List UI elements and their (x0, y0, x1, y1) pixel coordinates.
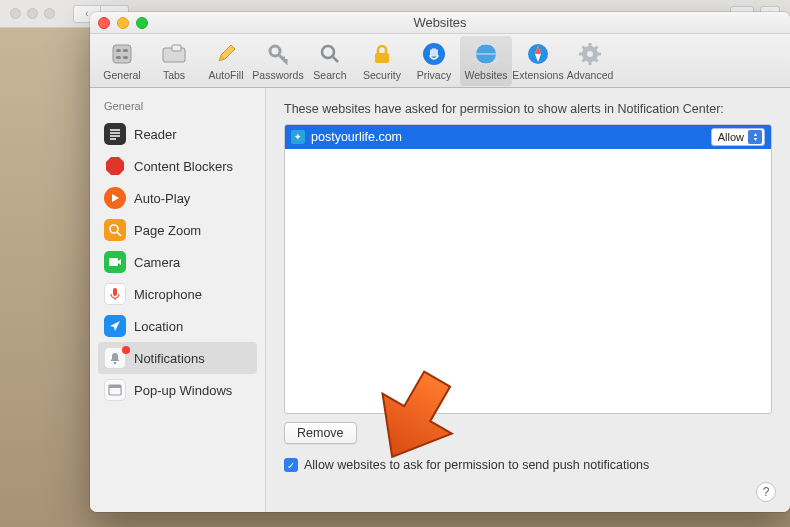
globe-icon (473, 41, 499, 67)
search-icon (317, 41, 343, 67)
svg-marker-15 (106, 157, 124, 175)
svg-rect-4 (123, 56, 128, 59)
pane-description: These websites have asked for permission… (284, 102, 772, 116)
camera-icon (104, 251, 126, 273)
toolbar-advanced[interactable]: Advanced (564, 36, 616, 86)
svg-rect-6 (172, 45, 181, 51)
compass-icon (525, 41, 551, 67)
sidebar-item-label: Microphone (134, 287, 202, 302)
toolbar-label: Passwords (252, 69, 303, 81)
sidebar-header: General (98, 96, 257, 118)
favicon-icon: ✦ (291, 130, 305, 144)
toolbar-label: Privacy (417, 69, 451, 81)
maximize-icon[interactable] (136, 17, 148, 29)
help-button[interactable]: ? (756, 482, 776, 502)
toolbar-extensions[interactable]: Extensions (512, 36, 564, 86)
toolbar-autofill[interactable]: AutoFill (200, 36, 252, 86)
toolbar-websites[interactable]: Websites (460, 36, 512, 86)
window-icon (104, 379, 126, 401)
toolbar-label: AutoFill (208, 69, 243, 81)
svg-rect-21 (109, 385, 121, 388)
sidebar-item-camera[interactable]: Camera (98, 246, 257, 278)
toolbar-privacy[interactable]: Privacy (408, 36, 460, 86)
reader-icon (104, 123, 126, 145)
svg-point-8 (322, 46, 334, 58)
main-pane: These websites have asked for permission… (266, 88, 790, 512)
svg-rect-17 (109, 258, 118, 266)
website-domain: postyourlife.com (311, 130, 705, 144)
sidebar-item-microphone[interactable]: Microphone (98, 278, 257, 310)
sidebar-item-page-zoom[interactable]: Page Zoom (98, 214, 257, 246)
sidebar-item-content-blockers[interactable]: Content Blockers (98, 150, 257, 182)
badge-dot (122, 346, 130, 354)
toolbar-label: Extensions (512, 69, 563, 81)
svg-rect-3 (116, 56, 121, 59)
toolbar-search[interactable]: Search (304, 36, 356, 86)
microphone-icon (104, 283, 126, 305)
svg-rect-0 (113, 45, 131, 63)
chevron-updown-icon: ▴▾ (748, 130, 762, 144)
sidebar-item-label: Location (134, 319, 183, 334)
minimize-icon[interactable] (117, 17, 129, 29)
sidebar-item-label: Page Zoom (134, 223, 201, 238)
play-icon (104, 187, 126, 209)
traffic-light-placeholder (10, 8, 21, 19)
svg-point-10 (423, 43, 445, 65)
sidebar: General Reader Content Blockers Auto-Pla… (90, 88, 266, 512)
sidebar-item-auto-play[interactable]: Auto-Play (98, 182, 257, 214)
stop-icon (104, 155, 126, 177)
toolbar-label: Websites (465, 69, 508, 81)
location-icon (104, 315, 126, 337)
svg-point-16 (110, 225, 118, 233)
website-row[interactable]: ✦ postyourlife.com Allow ▴▾ (285, 125, 771, 149)
checkbox-label: Allow websites to ask for permission to … (304, 458, 649, 472)
sidebar-item-notifications[interactable]: Notifications (98, 342, 257, 374)
svg-rect-1 (116, 49, 121, 52)
checkbox-checked-icon[interactable]: ✓ (284, 458, 298, 472)
zoom-icon (104, 219, 126, 241)
sidebar-item-popup-windows[interactable]: Pop-up Windows (98, 374, 257, 406)
sidebar-item-label: Pop-up Windows (134, 383, 232, 398)
sidebar-item-label: Notifications (134, 351, 205, 366)
hand-icon (421, 41, 447, 67)
remove-button[interactable]: Remove (284, 422, 357, 444)
svg-point-14 (587, 51, 593, 57)
window-titlebar: Websites (90, 12, 790, 34)
toolbar-label: Advanced (567, 69, 614, 81)
sidebar-item-reader[interactable]: Reader (98, 118, 257, 150)
permission-select[interactable]: Allow ▴▾ (711, 128, 765, 146)
sidebar-item-label: Reader (134, 127, 177, 142)
switches-icon (109, 41, 135, 67)
svg-rect-2 (123, 49, 128, 52)
close-icon[interactable] (98, 17, 110, 29)
svg-point-19 (114, 362, 117, 365)
svg-rect-9 (375, 53, 389, 63)
toolbar-tabs[interactable]: Tabs (148, 36, 200, 86)
content-area: General Reader Content Blockers Auto-Pla… (90, 88, 790, 512)
toolbar-label: Security (363, 69, 401, 81)
toolbar-passwords[interactable]: Passwords (252, 36, 304, 86)
websites-list[interactable]: ✦ postyourlife.com Allow ▴▾ (284, 124, 772, 414)
allow-ask-checkbox-row[interactable]: ✓ Allow websites to ask for permission t… (284, 458, 772, 472)
window-title: Websites (90, 15, 790, 30)
sidebar-item-label: Content Blockers (134, 159, 233, 174)
lock-icon (369, 41, 395, 67)
traffic-light-placeholder (44, 8, 55, 19)
gear-icon (577, 41, 603, 67)
toolbar-label: General (103, 69, 140, 81)
permission-value: Allow (718, 131, 744, 143)
sidebar-item-label: Camera (134, 255, 180, 270)
sidebar-item-label: Auto-Play (134, 191, 190, 206)
toolbar-security[interactable]: Security (356, 36, 408, 86)
svg-rect-18 (113, 288, 117, 296)
toolbar-general[interactable]: General (96, 36, 148, 86)
preferences-toolbar: General Tabs AutoFill Passwords Search S… (90, 34, 790, 88)
traffic-light-placeholder (27, 8, 38, 19)
key-icon (265, 41, 291, 67)
preferences-window: Websites General Tabs AutoFill Passwords… (90, 12, 790, 512)
toolbar-label: Tabs (163, 69, 185, 81)
toolbar-label: Search (313, 69, 346, 81)
pencil-icon (213, 41, 239, 67)
tabs-icon (161, 41, 187, 67)
sidebar-item-location[interactable]: Location (98, 310, 257, 342)
